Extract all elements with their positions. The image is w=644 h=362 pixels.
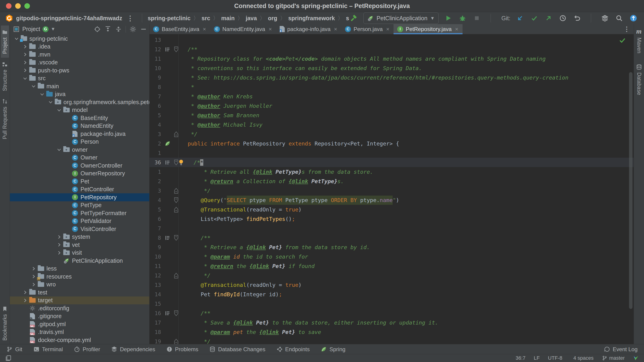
fold-end-icon[interactable] <box>174 206 179 213</box>
code-line[interactable]: 15 <box>150 299 634 309</box>
tree-item-model[interactable]: model <box>10 106 149 114</box>
code-line[interactable]: 10 * conventions so this interface can e… <box>150 63 634 73</box>
tree-item-VisitController[interactable]: CVisitController <box>10 225 149 233</box>
build-project-button[interactable] <box>349 13 358 23</box>
listicon-icon[interactable] <box>164 159 170 165</box>
breadcrumb-item[interactable]: main <box>220 15 236 21</box>
panel-title[interactable]: Project <box>22 26 40 32</box>
expand-all-icon[interactable] <box>104 26 111 33</box>
editor-scrollbar[interactable] <box>629 72 632 309</box>
inspections-ok-icon[interactable] <box>619 37 626 44</box>
tree-item-resources[interactable]: resources <box>10 273 149 281</box>
chev-down-icon[interactable] <box>22 76 28 81</box>
code-line[interactable]: 10 * @param id the id to search for <box>150 252 634 261</box>
code-line[interactable]: 4 * @author Michael Isvy <box>150 120 634 129</box>
chev-down-icon[interactable] <box>56 147 62 152</box>
code-line[interactable]: 16 /** <box>150 309 634 318</box>
code-line[interactable]: 5 @Transactional(readOnly = true) <box>150 205 634 214</box>
tree-item-spring-petclinic[interactable]: spring-petclinic <box>10 35 149 43</box>
listicon-icon[interactable] <box>164 310 170 316</box>
tree-item-package-info.java[interactable]: Jpackage-info.java <box>10 130 149 138</box>
fold-end-icon[interactable] <box>174 338 179 345</box>
tree-item-.gitignore[interactable]: ⊘.gitignore <box>10 312 149 320</box>
caret-position[interactable]: 36:7 <box>516 355 526 361</box>
code-line[interactable]: 19 */ <box>150 337 634 344</box>
git-branch-indicator[interactable]: master <box>602 355 625 361</box>
chev-down-icon[interactable] <box>39 91 45 97</box>
chev-right-icon[interactable] <box>22 52 28 57</box>
editor-tab-NamedEntity.java[interactable]: CNamedEntity.java× <box>210 24 276 34</box>
code-line[interactable]: 11 * Repository class for <code>Pet</cod… <box>150 54 634 63</box>
tree-item-Person[interactable]: CPerson <box>10 138 149 146</box>
tree-item-main[interactable]: main <box>10 82 149 90</box>
tree-item-org.springframework.samples.petclinic[interactable]: org.springframework.samples.petclinic <box>10 98 149 106</box>
workspace-menu-kebab-icon[interactable]: ⋮ <box>127 14 134 22</box>
fold-start-icon[interactable] <box>174 46 179 53</box>
toolwindow-button-spring[interactable]: Spring <box>320 346 345 353</box>
code-line[interactable]: 5 * @author Sam Brannen <box>150 111 634 120</box>
fold-end-icon[interactable] <box>174 131 179 137</box>
tree-item-.idea[interactable]: .idea <box>10 43 149 51</box>
close-tab-icon[interactable]: × <box>269 26 272 32</box>
tab-options-kebab-icon[interactable]: ⋮ <box>620 24 634 34</box>
toolwindow-stack-icon[interactable] <box>5 355 12 361</box>
tree-item-PetRepository[interactable]: IPetRepository <box>10 193 149 201</box>
chev-right-icon[interactable] <box>31 282 36 287</box>
tree-item-OwnerController[interactable]: COwnerController <box>10 162 149 170</box>
chev-down-icon[interactable] <box>48 99 53 105</box>
tree-item-BaseEntity[interactable]: CBaseEntity <box>10 114 149 122</box>
stripe-button-structure[interactable]: Structure <box>1 58 9 95</box>
stripe-button-database[interactable]: Database <box>636 64 642 95</box>
toolwindow-button-problems[interactable]: Problems <box>166 346 198 353</box>
code-line[interactable]: 4 @Query("SELECT ptype FROM PetType ptyp… <box>150 195 634 205</box>
search-everywhere-button[interactable] <box>614 13 624 23</box>
code-line[interactable]: 7 * @author Ken Krebs <box>150 92 634 101</box>
chevron-down-icon[interactable]: ▼ <box>51 26 56 32</box>
tree-item-src[interactable]: src <box>10 74 149 82</box>
tree-item-less[interactable]: less <box>10 265 149 273</box>
hide-panel-icon[interactable] <box>140 26 147 33</box>
intention-bulb-icon[interactable] <box>178 159 184 167</box>
code-line[interactable]: 11 * @return the {@link Pet} if found <box>150 261 634 271</box>
tree-item-.gitpod.yml[interactable]: YML.gitpod.yml <box>10 320 149 328</box>
stripe-button-bookmarks[interactable]: Bookmarks <box>1 302 9 344</box>
code-line[interactable]: 12/** <box>150 44 634 54</box>
rollback-button[interactable] <box>572 13 582 23</box>
code-line[interactable]: 1 <box>150 148 634 158</box>
code-line[interactable]: 18 * @param pet the {@link Pet} to save <box>150 327 634 337</box>
fold-end-icon[interactable] <box>174 272 179 279</box>
code-line[interactable]: 7 <box>150 224 634 233</box>
debug-button[interactable] <box>458 13 467 23</box>
stripe-button-maven[interactable]: mMaven <box>636 27 642 53</box>
tree-item-target[interactable]: target <box>10 297 149 305</box>
collapse-all-icon[interactable] <box>115 26 122 33</box>
code-line[interactable]: 9 * See: https://docs.spring.io/spring-d… <box>150 73 634 82</box>
line-ending-indicator[interactable]: LF <box>534 355 540 361</box>
push-button[interactable] <box>544 13 553 23</box>
tree-item-java[interactable]: java <box>10 90 149 98</box>
tree-item-NamedEntity[interactable]: CNamedEntity <box>10 122 149 130</box>
code-line[interactable]: 8 /** <box>150 233 634 243</box>
fold-start-icon[interactable] <box>174 235 179 241</box>
close-tab-icon[interactable]: × <box>455 26 458 32</box>
spring-leaf-icon[interactable] <box>164 140 171 147</box>
fold-start-icon[interactable] <box>174 310 179 317</box>
code-line[interactable]: 6 * @author Juergen Hoeller <box>150 101 634 111</box>
chev-right-icon[interactable] <box>56 242 62 248</box>
tree-item-push-to-pws[interactable]: push-to-pws <box>10 66 149 74</box>
close-tab-icon[interactable]: × <box>203 26 206 32</box>
code-line[interactable]: 1 * Retrieve all {@link PetType}s from t… <box>150 167 634 177</box>
stack-layers-button[interactable] <box>600 13 610 23</box>
indent-indicator[interactable]: 4 spaces <box>574 355 594 361</box>
tree-item-PetTypeFormatter[interactable]: CPetTypeFormatter <box>10 209 149 217</box>
tree-item-PetType[interactable]: CPetType <box>10 201 149 209</box>
toolwindow-button-endpoints[interactable]: Endpoints <box>276 346 310 353</box>
chev-right-icon[interactable] <box>22 60 28 65</box>
tree-item-visit[interactable]: visit <box>10 249 149 257</box>
history-button[interactable] <box>558 13 568 23</box>
chev-right-icon[interactable] <box>31 274 36 279</box>
code-line[interactable]: 2 * @return a Collection of {@link PetTy… <box>150 177 634 186</box>
chev-right-icon[interactable] <box>22 298 28 303</box>
chev-down-icon[interactable] <box>14 36 19 41</box>
fold-start-icon[interactable] <box>174 197 179 203</box>
